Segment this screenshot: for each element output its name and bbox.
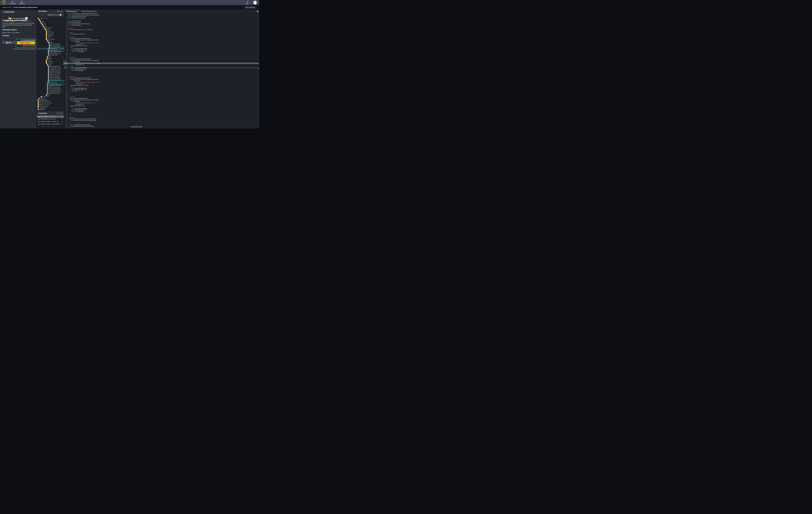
code-block-item[interactable]: UserServiceImpl.java:106-106: [37, 123, 64, 125]
tree-item[interactable]: proto: [37, 59, 64, 61]
cookie-preferences-link[interactable]: Cookie Preferences: [131, 126, 142, 127]
close-icon[interactable]: ✕: [78, 11, 79, 12]
tree-item[interactable]: UserService…⚠ 2: [37, 82, 64, 83]
highlighted-files-toggle[interactable]: [59, 14, 63, 16]
code-block-item[interactable]: UserDaoImpl.java:40-40: [37, 118, 64, 120]
line-content: UserEntity.class);: [68, 64, 259, 65]
file-icon: [48, 51, 49, 53]
tree-item[interactable]: CredentialValida…: [37, 67, 64, 69]
tree-item[interactable]: model: [37, 58, 64, 59]
help-menu[interactable]: Help ∨: [246, 1, 249, 4]
close-icon[interactable]: ✕: [95, 10, 96, 12]
shortcuts-hint[interactable]: Click here or press ? to see all shortcu…: [3, 48, 36, 50]
tree-item[interactable]: config: [37, 30, 64, 32]
tree-item[interactable]: converter: [37, 32, 64, 34]
tree-item[interactable]: CryptoService.ja…: [37, 69, 64, 71]
tree-item[interactable]: LogService.java: [37, 75, 64, 77]
tree-item[interactable]: java: [37, 22, 64, 24]
code-block-item-checkbox[interactable]: [38, 121, 39, 122]
tree-item[interactable]: player-service: [37, 104, 64, 106]
tree-item[interactable]: AuthAttemptServi…: [37, 65, 64, 67]
tree-item[interactable]: dao: [37, 40, 64, 42]
nav-item-tournaments[interactable]: Tournaments: [10, 1, 16, 4]
tree-item[interactable]: EmailConfirmServ…: [37, 71, 64, 72]
tree-item[interactable]: CommonLibrary: [37, 99, 64, 101]
tree-item[interactable]: UserService.java: [37, 93, 64, 94]
tree-item[interactable]: src: [37, 19, 64, 21]
tree-item[interactable]: impl: [37, 42, 64, 43]
tree-item[interactable]: EmailConfirmCode…: [37, 51, 64, 53]
tree-item[interactable]: PasswordValidato…: [37, 78, 64, 80]
tree-item-label: util: [48, 94, 50, 96]
tree-item[interactable]: handler: [37, 35, 64, 37]
editor-tab[interactable]: UserServiceImpl.java✕: [80, 10, 98, 13]
tree-item[interactable]: main: [37, 21, 64, 22]
tree-item[interactable]: PasswordValidatorS…: [37, 89, 64, 91]
tree-item[interactable]: monitoring-service: [37, 102, 64, 104]
tree-item[interactable]: ResetCodeDao.java: [37, 53, 64, 54]
skip-challenge-button[interactable]: Skip challenge: [244, 6, 256, 9]
avatar[interactable]: [253, 1, 257, 4]
gear-icon[interactable]: ⚙: [257, 10, 259, 12]
line-content: UserEntity.class);: [68, 104, 259, 105]
tree-item[interactable]: jms: [37, 37, 64, 38]
tree-item[interactable]: PasswordHashServ…: [37, 77, 64, 78]
tree-item[interactable]: AuthAttemptService…: [37, 83, 64, 85]
tree-item[interactable]: UserDaoIm…⚠ 2: [37, 48, 64, 50]
explorer-prev-button[interactable]: ∧: [57, 10, 59, 12]
tree-item[interactable]: ResetCodeDaoIm…: [37, 46, 64, 48]
tree-item[interactable]: gateway-service: [37, 101, 64, 102]
tree-item[interactable]: resource: [37, 61, 64, 62]
code-block-item[interactable]: UserDaoImpl.java:37-37: [37, 115, 64, 118]
code-blocks-next-button[interactable]: ∨: [60, 112, 62, 114]
tree-item[interactable]: ResetPasswordServi…: [37, 91, 64, 93]
tree-item[interactable]: util: [37, 94, 64, 96]
tree-item[interactable]: persistence: [37, 38, 64, 40]
tree-item[interactable]: com: [37, 24, 64, 26]
tree-item[interactable]: AuthAttemptDao.j…: [37, 50, 64, 51]
hints-button[interactable]: Hints: [2, 41, 15, 44]
tree-item[interactable]: EmailConfirmCo…: [37, 45, 64, 47]
code-blocks-prev-button[interactable]: ∧: [57, 112, 59, 114]
tree-item[interactable]: impl: [37, 64, 64, 66]
breadcrumb-root[interactable]: Mission Control: [2, 7, 11, 8]
tree-item[interactable]: exception: [37, 34, 64, 35]
code-block-checkbox-line-37[interactable]: [64, 62, 65, 64]
tree-item[interactable]: PasswordHashServic…: [37, 88, 64, 89]
tree-item[interactable]: auth: [37, 29, 64, 30]
line-content: @Override: [68, 96, 259, 98]
code-block-item-checkbox[interactable]: [38, 116, 39, 117]
submit-answer-button[interactable]: Submit answer →: [17, 41, 35, 44]
tree-item[interactable]: pom.xml: [37, 98, 64, 99]
line-number: 48: [64, 79, 68, 80]
tree-item[interactable]: .gitignore: [37, 107, 64, 109]
tree-item[interactable]: AuthAttemptDao…: [37, 43, 64, 45]
tree-item[interactable]: service: [37, 62, 64, 64]
tree-item[interactable]: team-service: [37, 106, 64, 107]
prohibited-icon: [62, 121, 63, 122]
tree-item[interactable]: EmailConfirmServic…: [37, 85, 64, 86]
tree-item[interactable]: README.md: [37, 109, 64, 110]
collapse-sidebar-button[interactable]: ‹ Collapse sidebar: [2, 11, 15, 13]
tree-item[interactable]: UserDao.java: [37, 54, 64, 56]
code-block-item-checkbox[interactable]: [38, 124, 39, 125]
editor-tab[interactable]: UserDaoImpl.java✕: [64, 10, 80, 13]
code-line: 65 UserEntity.class);: [64, 104, 259, 105]
tree-item[interactable]: EmailServiceImpl…: [37, 72, 64, 74]
tree-item[interactable]: auth-service: [37, 18, 64, 19]
tree-item[interactable]: dto: [37, 56, 64, 58]
learn-more-link[interactable]: Learn More: [2, 35, 9, 36]
code-block-item-checkbox[interactable]: [38, 118, 39, 119]
nav-item-resources[interactable]: Resources: [19, 1, 25, 4]
tree-item[interactable]: csw: [37, 26, 64, 27]
code-block-checkbox-line-40[interactable]: [64, 67, 65, 68]
tree-item[interactable]: ResetPasswordSer…: [37, 80, 64, 82]
tree-item[interactable]: JmsService.java: [37, 74, 64, 75]
code-block-item[interactable]: UserServiceImpl.java:61-61: [37, 120, 64, 123]
tree-item[interactable]: EmailService.java: [37, 86, 64, 88]
tree-item[interactable]: cybersport: [37, 27, 64, 29]
tree-item[interactable]: resources: [37, 96, 64, 98]
cybersport-logo-icon[interactable]: [2, 0, 6, 4]
explorer-next-button[interactable]: ∨: [60, 10, 62, 12]
line-number: 19: [64, 36, 68, 38]
